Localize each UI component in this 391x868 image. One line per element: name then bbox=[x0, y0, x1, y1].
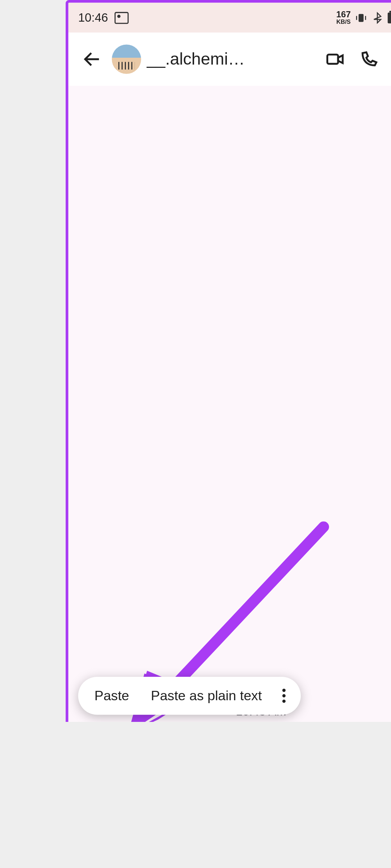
image-icon bbox=[115, 12, 129, 23]
contact-avatar[interactable] bbox=[112, 44, 141, 74]
battery-icon bbox=[388, 12, 391, 23]
app-bar: __.alchemi… bbox=[69, 32, 391, 86]
add-person-button[interactable] bbox=[388, 44, 391, 74]
paste-option[interactable]: Paste bbox=[84, 688, 140, 704]
back-button[interactable] bbox=[78, 44, 107, 74]
video-call-button[interactable] bbox=[320, 44, 350, 74]
chat-area: 10:45 AM ng with alchemist (SMS/MMS) Pas… bbox=[69, 86, 391, 722]
svg-rect-1 bbox=[327, 54, 338, 64]
bluetooth-icon bbox=[372, 12, 383, 23]
status-time: 10:46 bbox=[78, 10, 108, 25]
phone-icon bbox=[360, 50, 378, 69]
context-more-button[interactable] bbox=[273, 689, 295, 703]
contact-name[interactable]: __.alchemi… bbox=[146, 49, 245, 69]
network-speed: 167 KB/S bbox=[336, 10, 351, 25]
call-button[interactable] bbox=[354, 44, 383, 74]
video-icon bbox=[326, 50, 344, 69]
paste-plain-option[interactable]: Paste as plain text bbox=[140, 688, 273, 704]
svg-rect-0 bbox=[359, 14, 364, 22]
vibrate-icon bbox=[355, 12, 367, 23]
device-frame: 10:46 167 KB/S ! ⚡ __.alchemi… bbox=[66, 0, 391, 722]
status-bar: 10:46 167 KB/S ! ⚡ bbox=[69, 3, 391, 33]
arrow-left-icon bbox=[84, 50, 102, 69]
context-menu: Paste Paste as plain text bbox=[78, 677, 301, 715]
